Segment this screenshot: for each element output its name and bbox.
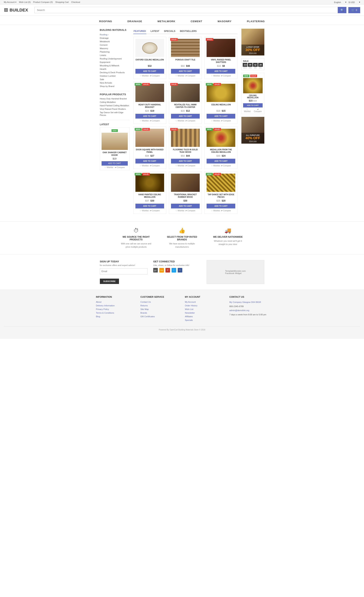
wishlist-link[interactable]: ♡ Wishlist	[175, 210, 184, 212]
specials-link[interactable]: Specials	[185, 319, 193, 321]
sidebar-item-hearth[interactable]: Hearth	[100, 68, 107, 70]
blog-link[interactable]: Blog	[96, 315, 100, 318]
popular-handrail[interactable]: Heavy Duty Handrail Bracket	[100, 98, 127, 100]
checkout-link[interactable]: Checkout	[71, 1, 80, 3]
privacy-link[interactable]: Privacy Policy	[96, 308, 109, 310]
compare-link[interactable]: ⇄ Compare	[221, 210, 231, 212]
currency-select[interactable]: $ USD	[349, 1, 355, 3]
nav-roofing[interactable]: ROOFING	[99, 20, 112, 23]
wish-list-link[interactable]: Wish List (0)	[19, 1, 31, 3]
wishlist-link[interactable]: ♡ Wishlist	[175, 75, 184, 77]
search-input[interactable]	[34, 7, 338, 13]
brands-link[interactable]: Brands	[140, 312, 147, 314]
sidebar-item-decking[interactable]: Decking & Deck Products	[100, 71, 125, 74]
add-to-cart-button[interactable]: ADD TO CART	[206, 159, 235, 164]
account-link[interactable]: My Account	[185, 301, 196, 303]
google-plus-icon[interactable]: g+	[153, 268, 158, 273]
tab-bestsellers[interactable]: BESTSELLERS	[180, 29, 197, 34]
sidebar-item-plastering[interactable]: Plastering	[100, 51, 110, 53]
tab-latest[interactable]: LATEST	[150, 29, 160, 34]
compare-link[interactable]: ⇄ Compare	[221, 165, 231, 167]
compare-link[interactable]: Product Compare (0)	[33, 1, 53, 3]
sidebar-item-roofing[interactable]: Roofing ›	[100, 33, 109, 36]
newsletter-email-input[interactable]	[100, 268, 148, 275]
sidebar-item-roofing-underlayment[interactable]: Roofing Underlayment	[100, 58, 122, 60]
wishlist-link[interactable]: ♡ Wishlist	[211, 75, 220, 77]
wishlist-link[interactable]: ♡ Wishlist	[140, 75, 149, 77]
popular-hand-painted[interactable]: Hand Painted Ceiling Medallion	[100, 104, 129, 107]
search-button[interactable]: 🔍	[338, 7, 346, 13]
tab-featured[interactable]: FEATURED	[133, 29, 146, 34]
shopping-cart-link[interactable]: Shopping Cart	[55, 1, 69, 3]
compare-link[interactable]: ⇄ Compare	[150, 75, 160, 77]
add-to-cart-button[interactable]: ADD TO CART	[171, 204, 200, 208]
sitemap-link[interactable]: Site Map	[140, 308, 149, 310]
wishlist-link[interactable]: ♡ Wishlist	[211, 210, 220, 212]
sidebar-item-moulding[interactable]: Moulding & Millwork	[100, 64, 119, 67]
popular-tap[interactable]: Tap Dance Set with Edge Pieces	[100, 111, 124, 116]
wishlist-link[interactable]: ♡ Wishlist	[140, 165, 149, 167]
compare-link[interactable]: ⇄ Compare	[185, 210, 195, 212]
wishlist-link[interactable]: ♡ Wishlist	[175, 165, 184, 167]
cart-button[interactable]: 🛒 0	[348, 7, 360, 13]
banner-shop-now[interactable]: Shop now	[243, 52, 263, 54]
gift-link[interactable]: Gift Certificates	[140, 315, 155, 318]
popular-ceiling[interactable]: Ceiling Medallion	[100, 101, 116, 103]
side-wishlist[interactable]: ♡ Wishlist	[243, 108, 252, 112]
side-compare[interactable]: ⇄ Compare	[253, 108, 263, 112]
delivery-link[interactable]: Delivery Information	[96, 304, 115, 307]
about-link[interactable]: About	[96, 301, 102, 303]
address-link[interactable]: My Company Glasgow D04 89GR	[229, 301, 261, 303]
latest-wishlist[interactable]: ♡ Wishlist	[104, 166, 113, 168]
sidebar-item-sale[interactable]: Sale	[100, 78, 104, 80]
add-to-cart-button[interactable]: ADD TO CART	[135, 159, 164, 164]
wishlist-link[interactable]: ♡ Wishlist	[140, 120, 149, 122]
popular-vinyl[interactable]: Vinyl Raised Panel Shutters	[100, 108, 126, 110]
sidebar-item-metalwork[interactable]: Metalwork	[100, 40, 110, 43]
subscribe-button[interactable]: SUBSCRIBE	[100, 279, 119, 284]
add-to-cart-button[interactable]: ADD TO CART	[135, 69, 164, 74]
sidebar-item-outdoor[interactable]: Outdoor Lumber	[100, 75, 116, 77]
add-to-cart-button[interactable]: ADD TO CART	[206, 114, 235, 118]
sidebar-item-drainage[interactable]: Drainage	[100, 37, 109, 39]
latest-add-to-cart-button[interactable]: ADD TO CART	[102, 161, 128, 165]
wishlist-link[interactable]: ♡ Wishlist	[211, 120, 220, 122]
sidebar-item-lintels[interactable]: Lintels	[100, 54, 106, 56]
add-to-cart-button[interactable]: ADD TO CART	[171, 159, 200, 164]
add-to-cart-button[interactable]: ADD TO CART	[135, 204, 164, 208]
compare-link[interactable]: ⇄ Compare	[185, 75, 195, 77]
order-history-link[interactable]: Order History	[185, 304, 198, 307]
nav-cement[interactable]: CEMENT	[191, 20, 202, 23]
add-to-cart-button[interactable]: ADD TO CART	[206, 204, 235, 208]
newsletter-link[interactable]: Newsletter	[185, 312, 195, 314]
nav-metalwork[interactable]: METALWORK	[158, 20, 175, 23]
contact-link[interactable]: Contact Us	[140, 301, 151, 303]
side-add-to-cart-button[interactable]: ADD TO CART	[243, 103, 263, 108]
compare-link[interactable]: ⇄ Compare	[150, 210, 160, 212]
add-to-cart-button[interactable]: ADD TO CART	[171, 69, 200, 74]
banner-shop-now2[interactable]: Shop now	[243, 140, 263, 142]
tab-specials[interactable]: SPECIALS	[164, 29, 176, 34]
wish-list-footer-link[interactable]: Wish List	[185, 308, 194, 310]
add-to-cart-button[interactable]: ADD TO CART	[206, 69, 235, 74]
compare-link[interactable]: ⇄ Compare	[221, 120, 231, 122]
compare-link[interactable]: ⇄ Compare	[150, 165, 160, 167]
compare-link[interactable]: ⇄ Compare	[221, 75, 231, 77]
twitter-icon[interactable]: t	[172, 268, 176, 273]
nav-drainage[interactable]: DRAINAGE	[127, 20, 142, 23]
terms-link[interactable]: Terms & Conditions	[96, 312, 114, 314]
add-to-cart-button[interactable]: ADD TO CART	[171, 114, 200, 118]
sidebar-item-new[interactable]: New Arrivals	[100, 82, 112, 84]
wishlist-link[interactable]: ♡ Wishlist	[175, 120, 184, 122]
sidebar-item-masonry[interactable]: Masonry	[100, 47, 108, 49]
email-link[interactable]: admin@demolink.org	[229, 309, 249, 312]
logo[interactable]: ⊞ BUILDEX	[4, 7, 29, 13]
facebook-icon[interactable]: f	[178, 268, 182, 273]
latest-compare[interactable]: ⇄ Compare	[115, 166, 125, 168]
wishlist-link[interactable]: ♡ Wishlist	[211, 165, 220, 167]
compare-link[interactable]: ⇄ Compare	[185, 165, 195, 167]
add-to-cart-button[interactable]: ADD TO CART	[135, 114, 164, 118]
affiliates-link[interactable]: Affiliates	[185, 315, 193, 318]
sidebar-item-brand[interactable]: Shop by Brand	[100, 85, 114, 87]
sidebar-item-cement[interactable]: Cement	[100, 44, 108, 46]
